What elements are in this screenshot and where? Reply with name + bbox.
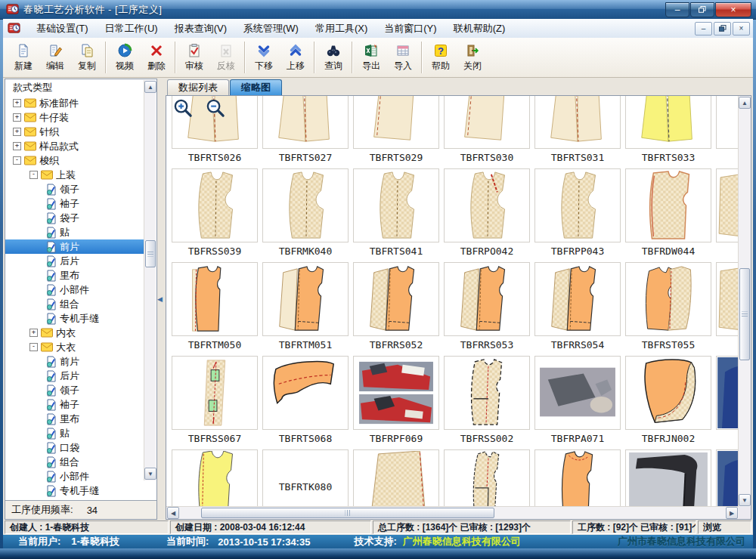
tab-data-list[interactable]: 数据列表	[167, 79, 229, 95]
pattern-thumbnail[interactable]	[625, 449, 711, 507]
mdi-close-button[interactable]: ×	[733, 22, 750, 36]
pattern-thumbnail[interactable]	[353, 356, 439, 430]
toolbar-button-move-down[interactable]: 下移	[248, 40, 280, 75]
tree-item-leaf[interactable]: 口袋	[5, 440, 145, 455]
pattern-thumbnail[interactable]	[444, 96, 530, 149]
thumbnail-cell[interactable]: TBFRTM051	[260, 262, 351, 354]
thumbnail-cell[interactable]: TBFRTS030	[442, 96, 532, 167]
tree-item-leaf[interactable]: 专机手缝	[5, 483, 145, 498]
pattern-thumbnail[interactable]	[172, 168, 258, 242]
menu-item-1[interactable]: 日常工作(U)	[97, 20, 166, 38]
tree-item-leaf[interactable]: 小部件	[5, 469, 145, 483]
expander-icon[interactable]: +	[29, 329, 38, 337]
pattern-thumbnail[interactable]	[534, 168, 621, 242]
tree-item-leaf[interactable]: 组合	[5, 297, 145, 311]
tree-item-leaf[interactable]: 后片	[5, 254, 145, 268]
tree-item-folder[interactable]: +标准部件	[5, 96, 145, 110]
tree-item-leaf[interactable]: 专机手缝	[5, 311, 145, 326]
menu-item-6[interactable]: 联机帮助(Z)	[445, 20, 514, 38]
grid-horizontal-scrollbar[interactable]: ◀ ▶	[166, 506, 739, 519]
thumbnail-cell[interactable]: TBFRPO042	[442, 168, 532, 261]
tree-item-folder[interactable]: +针织	[5, 125, 145, 139]
thumbnail-cell[interactable]: TBFRSS002	[442, 356, 532, 448]
toolbar-button-copy[interactable]: 复制	[71, 40, 103, 75]
grid-vertical-scrollbar[interactable]: ▲ ▼	[738, 96, 751, 507]
thumbnail-cell[interactable]: TBFRSS039	[169, 168, 260, 261]
scrollbar-up-button[interactable]: ▲	[739, 97, 751, 109]
mdi-minimize-button[interactable]: –	[695, 22, 712, 36]
tree-item-folder[interactable]: -梭织	[5, 153, 145, 168]
thumbnail-cell[interactable]	[714, 449, 739, 507]
pattern-thumbnail[interactable]	[625, 96, 711, 149]
thumbnail-cell[interactable]	[351, 449, 442, 507]
tree-item-leaf[interactable]: 里布	[5, 412, 145, 426]
scrollbar-left-button[interactable]: ◀	[167, 507, 179, 519]
expander-icon[interactable]: +	[13, 113, 21, 122]
maximize-button[interactable]	[690, 2, 714, 17]
toolbar-button-import[interactable]: 导入	[387, 40, 419, 75]
thumbnail-cell[interactable]: TBFRPF069	[351, 356, 442, 448]
pattern-thumbnail[interactable]	[444, 449, 530, 507]
pattern-thumbnail[interactable]	[353, 96, 439, 149]
thumbnail-cell[interactable]	[714, 96, 739, 167]
tree-item-leaf[interactable]: 小部件	[5, 283, 145, 297]
expander-icon[interactable]: -	[29, 343, 38, 351]
tab-thumbnails[interactable]: 缩略图	[230, 79, 282, 95]
pattern-thumbnail[interactable]	[444, 262, 530, 336]
thumbnail-cell[interactable]: TBFRTS027	[260, 96, 351, 167]
scrollbar-right-button[interactable]: ▶	[726, 507, 738, 519]
pattern-thumbnail[interactable]	[353, 449, 439, 507]
thumbnail-cell[interactable]: TBFRTM050	[169, 262, 260, 354]
scrollbar-down-button[interactable]: ▼	[144, 468, 156, 480]
toolbar-button-move-up[interactable]: 上移	[280, 40, 311, 75]
thumbnail-cell[interactable]: TBFRTK080	[260, 449, 351, 507]
thumbnail-cell[interactable]	[714, 168, 739, 261]
pattern-thumbnail[interactable]	[716, 96, 739, 149]
zoom-out-icon[interactable]	[205, 98, 225, 119]
pattern-thumbnail[interactable]	[172, 356, 258, 430]
tree-item-leaf[interactable]: 领子	[5, 182, 145, 196]
thumbnail-cell[interactable]: TBFRDW044	[623, 168, 714, 261]
menu-item-4[interactable]: 常用工具(X)	[307, 20, 376, 38]
thumbnail-cell[interactable]: TBFRRS053	[442, 262, 532, 354]
pattern-thumbnail[interactable]	[262, 356, 349, 430]
tree-item-leaf[interactable]: 组合	[5, 455, 145, 469]
toolbar-button-help[interactable]: ?帮助	[425, 40, 457, 75]
pattern-thumbnail[interactable]	[262, 168, 349, 242]
tree-item-leaf[interactable]: 贴	[5, 426, 145, 440]
thumbnail-cell[interactable]: TBFRRS054	[532, 262, 623, 354]
thumbnail-cell[interactable]	[623, 449, 714, 507]
tree-item-leaf[interactable]: 里布	[5, 268, 145, 283]
scrollbar-thumb[interactable]	[201, 508, 494, 518]
thumbnail-cell[interactable]	[169, 449, 260, 507]
pattern-thumbnail[interactable]	[716, 449, 739, 507]
thumbnail-cell[interactable]: TBFRRS052	[351, 262, 442, 354]
expander-icon[interactable]: -	[29, 171, 38, 179]
toolbar-button-audit[interactable]: 审核	[178, 40, 210, 75]
expander-icon[interactable]: -	[13, 156, 21, 165]
tree-scrollbar[interactable]: ▲ ▼	[144, 80, 156, 480]
thumbnail-cell[interactable]: TBFRTS029	[351, 96, 442, 167]
thumbnail-cell[interactable]	[714, 262, 739, 354]
expander-icon[interactable]: +	[13, 128, 21, 136]
thumbnail-cell[interactable]: TBFRPP043	[532, 168, 623, 261]
toolbar-button-new[interactable]: 新建	[8, 40, 39, 75]
pattern-thumbnail[interactable]	[716, 356, 739, 430]
toolbar-button-close[interactable]: 关闭	[457, 40, 488, 75]
tree-item-leaf[interactable]: 领子	[5, 383, 145, 397]
scrollbar-thumb[interactable]	[739, 268, 750, 360]
thumbnail-cell[interactable]: TBFRTS033	[623, 96, 714, 167]
toolbar-button-export[interactable]: 导出	[355, 40, 387, 75]
tree-item-folder[interactable]: +内衣	[5, 326, 145, 340]
menu-item-5[interactable]: 当前窗口(Y)	[376, 20, 445, 38]
close-button[interactable]: ×	[715, 2, 751, 17]
zoom-in-icon[interactable]	[172, 98, 193, 119]
tree-item-leaf[interactable]: 袖子	[5, 397, 145, 412]
thumbnail-cell[interactable]: TBFRPA071	[532, 356, 623, 448]
panel-splitter[interactable]: ◀	[157, 79, 166, 520]
tree-item-leaf[interactable]: 贴	[5, 225, 145, 239]
toolbar-button-video[interactable]: 视频	[109, 40, 141, 75]
menu-item-0[interactable]: 基础设置(T)	[28, 20, 97, 38]
pattern-thumbnail[interactable]	[716, 168, 739, 242]
thumbnail-cell[interactable]: TBFRST055	[623, 262, 714, 354]
